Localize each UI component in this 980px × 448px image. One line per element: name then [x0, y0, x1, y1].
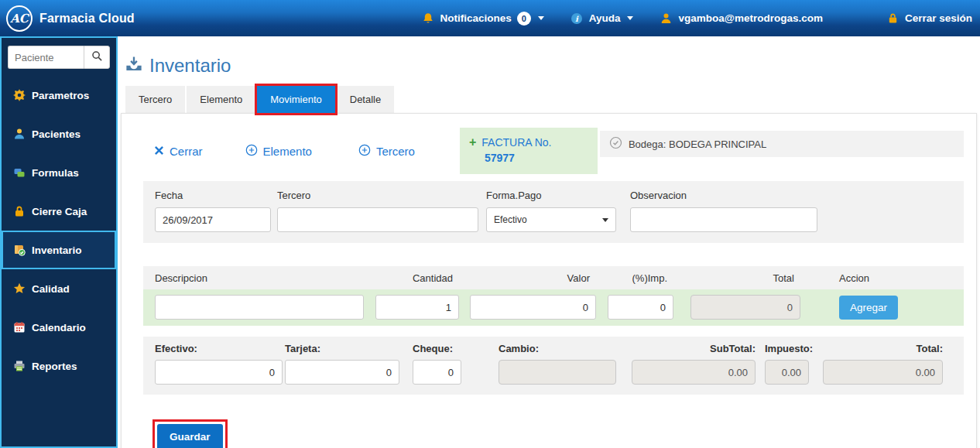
valor-input[interactable]: [470, 295, 596, 320]
total-item-input: [690, 295, 800, 320]
star-icon: [12, 282, 26, 296]
lock-icon: [886, 12, 899, 25]
panel-toolbar: Cerrar Elemento Tercero +: [143, 128, 964, 174]
tab-tercero[interactable]: Tercero: [125, 86, 185, 113]
warehouse-bar: Bodega: BODEGA PRINCIPAL: [600, 131, 964, 157]
descripcion-input[interactable]: [155, 295, 364, 320]
add-elemento-label: Elemento: [263, 145, 312, 158]
logout-label: Cerrar sesión: [905, 12, 972, 24]
observacion-input[interactable]: [630, 207, 817, 232]
save-annotation-box: Guardar: [152, 419, 228, 448]
plus-icon: +: [469, 135, 476, 150]
cambio-input: [499, 360, 616, 385]
add-tercero-link[interactable]: Tercero: [358, 144, 415, 159]
sidebar-item-label: Pacientes: [32, 128, 81, 140]
page-header: Inventario: [125, 55, 977, 77]
impuesto-total-input: [765, 360, 809, 385]
logout-button[interactable]: Cerrar sesión: [886, 12, 972, 25]
sidebar-item-calidad[interactable]: Calidad: [2, 269, 116, 308]
tab-bar: Tercero Elemento Movimiento Detalle: [125, 86, 977, 113]
chevron-down-icon: [538, 16, 544, 20]
sidebar-item-pacientes[interactable]: Pacientes: [2, 115, 116, 153]
movimiento-panel: Cerrar Elemento Tercero +: [121, 113, 977, 448]
topbar-right: Notificaciones 0 i Ayuda vgamboa@metrodr…: [421, 12, 972, 26]
subtotal-input: [632, 360, 756, 385]
invoice-badge[interactable]: + FACTURA No. 57977: [460, 128, 598, 174]
inventory-tray-icon: [125, 56, 142, 76]
page-title: Inventario: [149, 55, 231, 77]
help-label: Ayuda: [589, 12, 621, 24]
col-valor: Valor: [470, 272, 596, 284]
tarjeta-label: Tarjeta:: [285, 343, 399, 354]
main-content: Inventario Tercero Elemento Movimiento D…: [118, 36, 980, 448]
user-icon: [660, 12, 673, 25]
chevron-down-icon: [627, 16, 633, 20]
item-entry-row: Agregar: [143, 289, 964, 326]
sidebar-item-inventario[interactable]: Inventario: [2, 231, 116, 269]
calendar-icon: [12, 321, 26, 334]
sidebar-item-label: Parametros: [32, 90, 89, 101]
sidebar-item-parametros[interactable]: Parametros: [2, 76, 116, 115]
cantidad-input[interactable]: [375, 295, 459, 320]
guardar-button[interactable]: Guardar: [157, 424, 223, 448]
circle-check-icon: [609, 136, 622, 152]
cheque-label: Cheque:: [413, 343, 461, 354]
patient-search: [2, 38, 116, 76]
cheque-input[interactable]: [413, 360, 461, 385]
user-account[interactable]: vgamboa@metrodrogas.com: [660, 12, 822, 25]
sidebar-item-formulas[interactable]: Formulas: [2, 153, 116, 192]
sidebar-item-label: Cierre Caja: [32, 206, 87, 217]
tab-elemento[interactable]: Elemento: [187, 86, 255, 113]
notifications-label: Notificaciones: [440, 12, 511, 24]
user-email: vgamboa@metrodrogas.com: [678, 12, 822, 24]
search-icon: [91, 50, 103, 65]
grand-total-input: [823, 360, 943, 385]
tercero-input[interactable]: [277, 207, 478, 232]
add-elemento-link[interactable]: Elemento: [245, 144, 312, 159]
brand-name: Farmacia Cloud: [39, 12, 135, 26]
patient-icon: [12, 128, 26, 141]
payment-totals-row: Efectivo: Tarjeta: Cheque: Cambio: SubTo…: [143, 337, 964, 395]
sidebar-item-cierre-caja[interactable]: Cierre Caja: [2, 192, 116, 231]
sidebar-item-calendario[interactable]: Calendario: [2, 308, 116, 347]
tab-detalle[interactable]: Detalle: [337, 86, 394, 113]
sidebar-menu: Parametros Pacientes Formulas Cierre Caj…: [2, 76, 116, 385]
notifications-bell-icon: [421, 12, 434, 25]
warehouse-label: Bodega: BODEGA PRINCIPAL: [629, 139, 766, 150]
efectivo-label: Efectivo:: [155, 343, 283, 354]
printer-icon: [12, 360, 26, 373]
agregar-button[interactable]: Agregar: [839, 296, 898, 320]
sidebar-item-label: Calidad: [32, 283, 70, 295]
cerrar-link[interactable]: Cerrar: [154, 145, 203, 158]
help-menu[interactable]: i Ayuda: [571, 12, 634, 25]
brand: AC Farmacia Cloud: [6, 5, 135, 32]
items-header-row: Descripcion Cantidad Valor (%)Imp. Total…: [143, 266, 964, 289]
add-tercero-label: Tercero: [376, 145, 415, 158]
col-accion: Accion: [839, 272, 909, 284]
patient-search-input[interactable]: [8, 46, 84, 69]
tarjeta-input[interactable]: [285, 360, 399, 385]
close-x-icon: [154, 145, 164, 158]
fecha-input[interactable]: [155, 207, 271, 232]
notifications-menu[interactable]: Notificaciones 0: [421, 12, 543, 26]
topbar: AC Farmacia Cloud Notificaciones 0 i Ayu…: [0, 0, 980, 36]
forma-pago-select[interactable]: Efectivo: [486, 207, 616, 232]
sidebar-item-reportes[interactable]: Reportes: [2, 347, 116, 385]
chevron-down-icon: [602, 218, 608, 222]
fecha-label: Fecha: [155, 190, 271, 201]
sidebar-item-label: Formulas: [32, 167, 79, 179]
tab-movimiento[interactable]: Movimiento: [257, 86, 334, 113]
lock-icon: [12, 205, 26, 218]
inventory-icon: [12, 244, 26, 257]
impuesto-pct-input[interactable]: [608, 295, 673, 320]
app-logo-icon: AC: [6, 5, 33, 32]
sidebar-item-label: Reportes: [32, 361, 77, 372]
search-button[interactable]: [84, 46, 110, 69]
subtotal-label: SubTotal:: [632, 343, 756, 354]
efectivo-input[interactable]: [155, 360, 283, 385]
col-impuesto: (%)Imp.: [608, 272, 673, 284]
sidebar: Parametros Pacientes Formulas Cierre Caj…: [0, 36, 118, 448]
invoice-prefix: FACTURA No.: [481, 135, 551, 150]
circle-plus-icon: [245, 144, 258, 159]
invoice-number: 57977: [485, 150, 588, 166]
